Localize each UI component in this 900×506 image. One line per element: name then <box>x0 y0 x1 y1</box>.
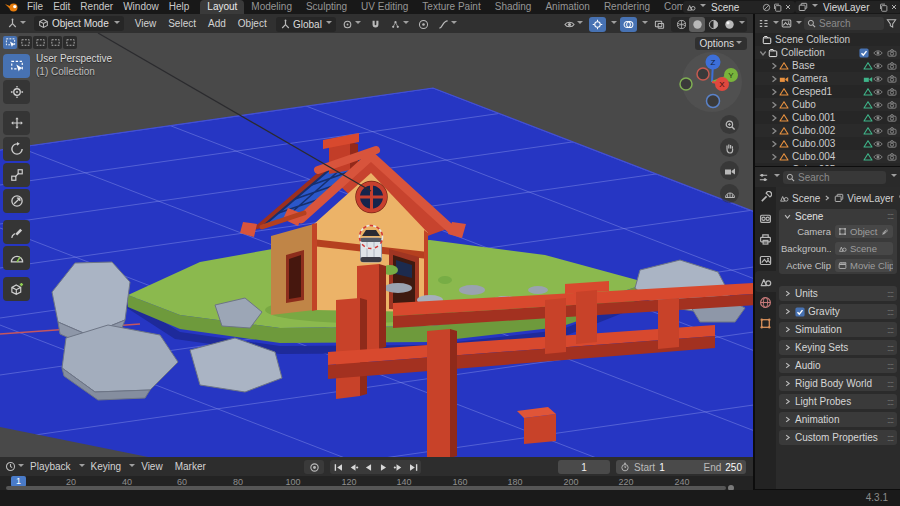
xray-toggle[interactable] <box>651 17 668 32</box>
outliner-row[interactable]: Cesped1 <box>755 85 900 98</box>
tool-scale[interactable] <box>3 163 30 187</box>
camera-visibility-icon[interactable] <box>887 139 897 149</box>
proportional-editing-toggle[interactable] <box>415 16 432 32</box>
camera-visibility-icon[interactable] <box>887 165 897 167</box>
play-reverse-button[interactable] <box>361 461 375 473</box>
tab-object-properties[interactable] <box>755 313 776 334</box>
panel-light-probes[interactable]: Light Probes:::: <box>779 394 897 409</box>
new-viewlayer-icon[interactable] <box>879 3 888 12</box>
drag-handle[interactable]: :::: <box>887 289 893 299</box>
tab-viewlayer-properties[interactable] <box>755 250 776 271</box>
menu-help[interactable]: Help <box>164 0 195 14</box>
blender-logo-icon[interactable] <box>4 2 20 13</box>
camera-visibility-icon[interactable] <box>887 126 897 136</box>
delete-scene-icon[interactable] <box>784 3 792 11</box>
viewlayer-selector[interactable]: ViewLayer <box>795 1 900 13</box>
tool-move[interactable] <box>3 111 30 135</box>
unlink-scene-icon[interactable] <box>762 3 771 12</box>
outliner-row[interactable]: Camera <box>755 72 900 85</box>
shading-rendered-button[interactable] <box>721 17 737 32</box>
menu-marker[interactable]: Marker <box>169 461 212 472</box>
select-mode-intersect[interactable] <box>63 36 77 49</box>
previous-keyframe-button[interactable] <box>346 461 360 473</box>
panel-audio[interactable]: Audio:::: <box>779 358 897 373</box>
shading-wireframe-button[interactable] <box>673 17 689 32</box>
shading-material-button[interactable] <box>705 17 721 32</box>
timeline-ruler[interactable]: 20 40 60 80 100 120 140 160 180 200 220 … <box>0 476 753 490</box>
tab-shading[interactable]: Shading <box>488 0 539 14</box>
eyedropper-icon[interactable] <box>881 227 890 236</box>
drag-handle[interactable]: :::: <box>887 343 893 353</box>
outliner-display-mode-icon[interactable] <box>758 18 769 29</box>
menu-window[interactable]: Window <box>118 0 164 14</box>
chevron-right-icon[interactable] <box>769 139 779 149</box>
jump-to-start-button[interactable] <box>331 461 345 473</box>
tab-output-properties[interactable] <box>755 229 776 250</box>
tool-annotate[interactable] <box>3 220 30 244</box>
chevron-down-icon[interactable] <box>758 48 768 58</box>
chevron-right-icon[interactable] <box>769 165 779 167</box>
scene-canvas[interactable] <box>0 33 753 457</box>
menu-render[interactable]: Render <box>75 0 118 14</box>
eye-icon[interactable] <box>873 152 883 162</box>
menu-playback[interactable]: Playback <box>24 461 77 472</box>
camera-visibility-icon[interactable] <box>887 100 897 110</box>
tool-select-box[interactable] <box>3 54 30 78</box>
eye-icon[interactable] <box>873 113 883 123</box>
select-mode-new[interactable] <box>3 36 17 49</box>
tool-cursor[interactable] <box>3 80 30 104</box>
eye-icon[interactable] <box>873 126 883 136</box>
drag-handle[interactable]: :::: <box>887 325 893 335</box>
menu-keying[interactable]: Keying <box>85 461 128 472</box>
outliner-filter-image-icon[interactable] <box>781 18 792 29</box>
outliner-row[interactable]: Cubo.003 <box>755 137 900 150</box>
tab-uv-editing[interactable]: UV Editing <box>354 0 415 14</box>
timeline-editor-icon[interactable] <box>5 461 16 472</box>
menu-object[interactable]: Object <box>232 18 273 29</box>
menu-edit[interactable]: Edit <box>48 0 75 14</box>
drag-handle[interactable]: :::: <box>887 211 893 221</box>
panel-gravity[interactable]: Gravity:::: <box>779 304 897 319</box>
auto-keyframe-button[interactable] <box>304 460 324 474</box>
panel-rigid-body-world[interactable]: Rigid Body World:::: <box>779 376 897 391</box>
panel-custom-properties[interactable]: Custom Properties:::: <box>779 430 897 445</box>
show-gizmo-toggle[interactable] <box>589 17 606 32</box>
delete-viewlayer-icon[interactable] <box>890 3 898 11</box>
outliner-row[interactable]: Cubo <box>755 98 900 111</box>
editor-type-button[interactable] <box>4 16 29 32</box>
tab-world-properties[interactable] <box>755 292 776 313</box>
outliner-row[interactable]: Cubo.004 <box>755 150 900 163</box>
pan-button[interactable] <box>720 138 739 157</box>
tool-rotate[interactable] <box>3 137 30 161</box>
scene-panel-header[interactable]: Scene :::: <box>779 209 897 223</box>
falloff-dropdown[interactable] <box>435 16 460 32</box>
panel-units[interactable]: Units:::: <box>779 286 897 301</box>
eye-icon[interactable] <box>873 139 883 149</box>
show-object-types-dropdown[interactable] <box>561 16 586 32</box>
tab-tool-properties[interactable] <box>755 187 776 208</box>
chevron-right-icon[interactable] <box>769 61 779 71</box>
menu-add[interactable]: Add <box>202 18 232 29</box>
camera-view-button[interactable] <box>720 161 739 180</box>
outliner-row[interactable]: Base <box>755 59 900 72</box>
eye-icon[interactable] <box>873 48 883 58</box>
snap-toggle[interactable] <box>367 16 384 32</box>
select-mode-subtract[interactable] <box>33 36 47 49</box>
chevron-right-icon[interactable] <box>769 113 779 123</box>
shading-solid-button[interactable] <box>689 17 705 32</box>
perspective-toggle-button[interactable] <box>720 184 739 203</box>
properties-search-field[interactable] <box>783 171 886 184</box>
camera-visibility-icon[interactable] <box>887 74 897 84</box>
panel-simulation[interactable]: Simulation:::: <box>779 322 897 337</box>
camera-visibility-icon[interactable] <box>887 61 897 71</box>
tab-render-properties[interactable] <box>755 208 776 229</box>
camera-visibility-icon[interactable] <box>887 87 897 97</box>
drag-handle[interactable]: :::: <box>887 433 893 443</box>
chevron-right-icon[interactable] <box>769 126 779 136</box>
axis-neg-y[interactable] <box>680 78 692 90</box>
properties-editor-icon[interactable] <box>758 172 769 183</box>
viewport-3d[interactable]: User Perspective (1) Collection Options <box>0 33 753 457</box>
breadcrumb-scene[interactable]: Scene <box>792 193 820 204</box>
eye-icon[interactable] <box>873 165 883 167</box>
tab-sculpting[interactable]: Sculpting <box>299 0 354 14</box>
